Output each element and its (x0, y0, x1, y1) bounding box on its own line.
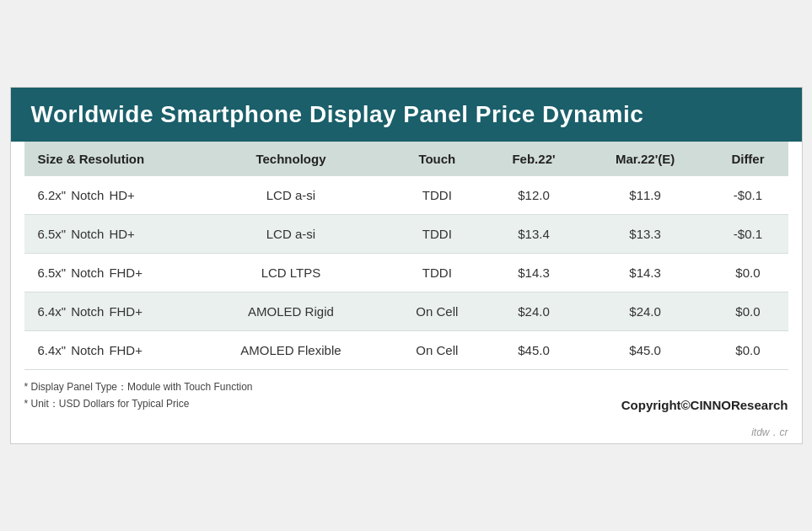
cell-size: 6.5x" (38, 227, 67, 241)
footer-note1: * Display Panel Type：Module with Touch F… (24, 378, 253, 395)
cell-touch: On Cell (389, 292, 485, 330)
cell-size-resolution: 6.5x"NotchHD+ (24, 214, 193, 253)
cell-technology: LCD LTPS (193, 253, 390, 292)
cell-size-resolution: 6.4x"NotchFHD+ (24, 330, 193, 369)
cell-size-resolution: 6.4x"NotchFHD+ (24, 292, 193, 330)
cell-mar: $13.3 (583, 214, 708, 253)
col-touch: Touch (389, 142, 485, 176)
col-feb: Feb.22' (485, 142, 583, 176)
table-container: Size & Resolution Technology Touch Feb.2… (11, 142, 802, 370)
cell-size-resolution: 6.2x"NotchHD+ (24, 176, 193, 215)
cell-differ: $0.0 (707, 292, 788, 330)
cell-resolution: FHD+ (109, 266, 143, 280)
cell-technology: AMOLED Flexible (193, 330, 390, 369)
page-title: Worldwide Smartphone Display Panel Price… (31, 101, 782, 128)
cell-differ: -$0.1 (707, 176, 788, 215)
cell-size-resolution: 6.5x"NotchFHD+ (24, 253, 193, 292)
col-mar: Mar.22'(E) (583, 142, 708, 176)
table-row: 6.5x"NotchFHD+LCD LTPSTDDI$14.3$14.3$0.0 (24, 253, 788, 292)
main-card: Worldwide Smartphone Display Panel Price… (10, 87, 803, 445)
cell-mar: $11.9 (583, 176, 708, 215)
footer: * Display Panel Type：Module with Touch F… (11, 370, 802, 426)
cell-resolution: HD+ (109, 188, 134, 202)
price-table: Size & Resolution Technology Touch Feb.2… (24, 142, 788, 370)
cell-feb: $24.0 (485, 292, 583, 330)
table-row: 6.5x"NotchHD+LCD a-siTDDI$13.4$13.3-$0.1 (24, 214, 788, 253)
cell-differ: -$0.1 (707, 214, 788, 253)
title-bar: Worldwide Smartphone Display Panel Price… (11, 88, 802, 142)
cell-resolution: HD+ (109, 227, 134, 241)
footer-note2: * Unit：USD Dollars for Typical Price (24, 395, 253, 412)
cell-resolution: FHD+ (109, 304, 143, 319)
cell-notch: Notch (71, 304, 104, 319)
table-row: 6.2x"NotchHD+LCD a-siTDDI$12.0$11.9-$0.1 (24, 176, 788, 215)
cell-differ: $0.0 (707, 253, 788, 292)
cell-mar: $14.3 (583, 253, 708, 292)
cell-feb: $14.3 (485, 253, 583, 292)
cell-feb: $45.0 (485, 330, 583, 369)
table-header-row: Size & Resolution Technology Touch Feb.2… (24, 142, 788, 176)
cell-size: 6.2x" (38, 188, 67, 202)
footer-copyright: Copyright©CINNOResearch (621, 398, 788, 412)
cell-size: 6.5x" (38, 266, 67, 280)
cell-notch: Notch (71, 343, 104, 357)
cell-technology: LCD a-si (193, 214, 390, 253)
cell-technology: AMOLED Rigid (193, 292, 390, 330)
col-size-resolution: Size & Resolution (24, 142, 193, 176)
cell-touch: On Cell (389, 330, 485, 369)
cell-notch: Notch (71, 266, 104, 280)
cell-notch: Notch (71, 188, 104, 202)
footer-notes: * Display Panel Type：Module with Touch F… (24, 378, 253, 413)
cell-feb: $13.4 (485, 214, 583, 253)
cell-differ: $0.0 (707, 330, 788, 369)
cell-touch: TDDI (389, 176, 485, 215)
cell-size: 6.4x" (38, 343, 67, 357)
cell-size: 6.4x" (38, 304, 67, 319)
cell-touch: TDDI (389, 253, 485, 292)
cell-mar: $24.0 (583, 292, 708, 330)
cell-mar: $45.0 (583, 330, 708, 369)
watermark: itdw．cr (11, 426, 802, 443)
col-technology: Technology (193, 142, 390, 176)
cell-touch: TDDI (389, 214, 485, 253)
cell-technology: LCD a-si (193, 176, 390, 215)
cell-feb: $12.0 (485, 176, 583, 215)
cell-resolution: FHD+ (109, 343, 143, 357)
col-differ: Differ (707, 142, 788, 176)
table-row: 6.4x"NotchFHD+AMOLED RigidOn Cell$24.0$2… (24, 292, 788, 330)
table-row: 6.4x"NotchFHD+AMOLED FlexibleOn Cell$45.… (24, 330, 788, 369)
cell-notch: Notch (71, 227, 104, 241)
